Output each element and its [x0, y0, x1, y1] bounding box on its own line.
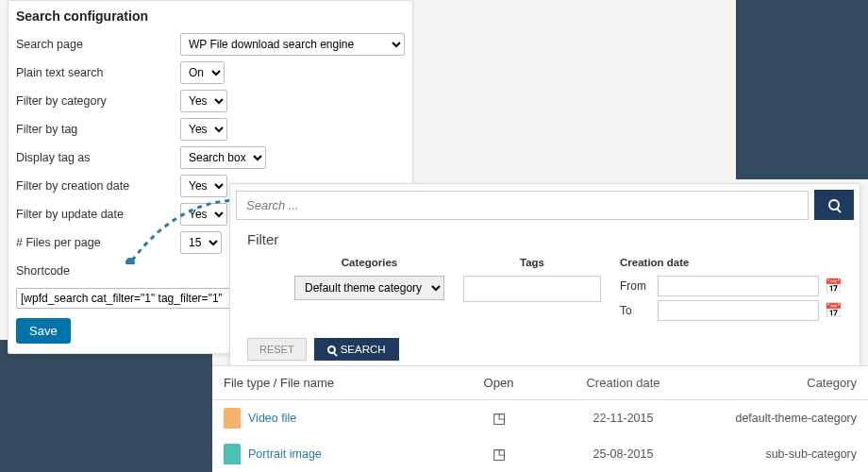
- calendar-icon[interactable]: 📅: [825, 278, 843, 295]
- header-filename: File type / File name: [224, 376, 452, 390]
- label-filter-update: Filter by update date: [16, 208, 180, 221]
- reset-button[interactable]: RESET: [247, 338, 307, 361]
- background-dark-bottom: [0, 340, 212, 472]
- background-dark-top: [736, 0, 868, 179]
- results-panel: File type / File name Open Creation date…: [212, 365, 868, 472]
- table-row: Portrait image ◳ 25-08-2015 sub-sub-cate…: [212, 436, 868, 472]
- select-filter-update[interactable]: Yes: [180, 203, 227, 226]
- table-row: Video file ◳ 22-11-2015 default-theme-ca…: [212, 400, 868, 436]
- select-display-tag[interactable]: Search box: [180, 146, 266, 169]
- select-category-filter[interactable]: Default theme category: [294, 276, 444, 300]
- label-search-page: Search page: [16, 38, 180, 51]
- input-date-to[interactable]: [658, 300, 819, 321]
- to-label: To: [620, 304, 652, 317]
- header-open: Open: [452, 376, 545, 390]
- tags-label: Tags: [463, 257, 601, 268]
- header-creation-date: Creation date: [545, 376, 701, 390]
- label-files-per-page: # Files per page: [16, 236, 180, 249]
- filter-heading: Filter: [247, 231, 843, 247]
- calendar-icon[interactable]: 📅: [825, 302, 843, 319]
- label-plain-text: Plain text search: [16, 66, 180, 79]
- header-category: Category: [701, 376, 857, 390]
- search-panel: Filter Categories Default theme category…: [229, 183, 860, 375]
- select-filter-creation[interactable]: Yes: [180, 175, 227, 197]
- file-link[interactable]: Video file: [248, 412, 296, 425]
- select-filter-tag[interactable]: Yes: [180, 118, 227, 141]
- input-shortcode[interactable]: [16, 288, 231, 309]
- search-input[interactable]: [236, 191, 809, 220]
- cell-date: 22-11-2015: [545, 412, 701, 425]
- from-label: From: [620, 279, 652, 293]
- open-icon[interactable]: ◳: [492, 410, 506, 426]
- creation-date-label: Creation date: [620, 257, 843, 268]
- categories-label: Categories: [294, 257, 444, 268]
- label-filter-category: Filter by category: [16, 94, 180, 108]
- search-button[interactable]: SEARCH: [314, 338, 399, 361]
- label-display-tag: Display tag as: [16, 151, 180, 164]
- file-icon: [224, 444, 241, 464]
- label-filter-creation: Filter by creation date: [16, 179, 180, 193]
- search-icon-button[interactable]: [814, 190, 854, 220]
- select-filter-category[interactable]: Yes: [180, 90, 227, 112]
- cell-date: 25-08-2015: [545, 447, 701, 461]
- input-date-from[interactable]: [658, 276, 819, 296]
- label-filter-tag: Filter by tag: [16, 123, 180, 136]
- input-tags-filter[interactable]: [463, 276, 601, 302]
- file-link[interactable]: Portrait image: [248, 447, 322, 461]
- search-button-label: SEARCH: [341, 344, 386, 355]
- cell-category: sub-sub-category: [701, 447, 857, 461]
- select-files-per-page[interactable]: 15: [180, 231, 222, 254]
- search-icon: [327, 346, 336, 354]
- cell-category: default-theme-category: [701, 412, 857, 425]
- config-title: Search configuration: [16, 8, 405, 24]
- open-icon[interactable]: ◳: [492, 446, 506, 462]
- file-icon: [224, 408, 241, 429]
- save-button[interactable]: Save: [16, 318, 71, 344]
- search-icon: [828, 199, 840, 211]
- select-search-page[interactable]: WP File download search engine: [180, 33, 405, 56]
- select-plain-text[interactable]: On: [180, 61, 225, 84]
